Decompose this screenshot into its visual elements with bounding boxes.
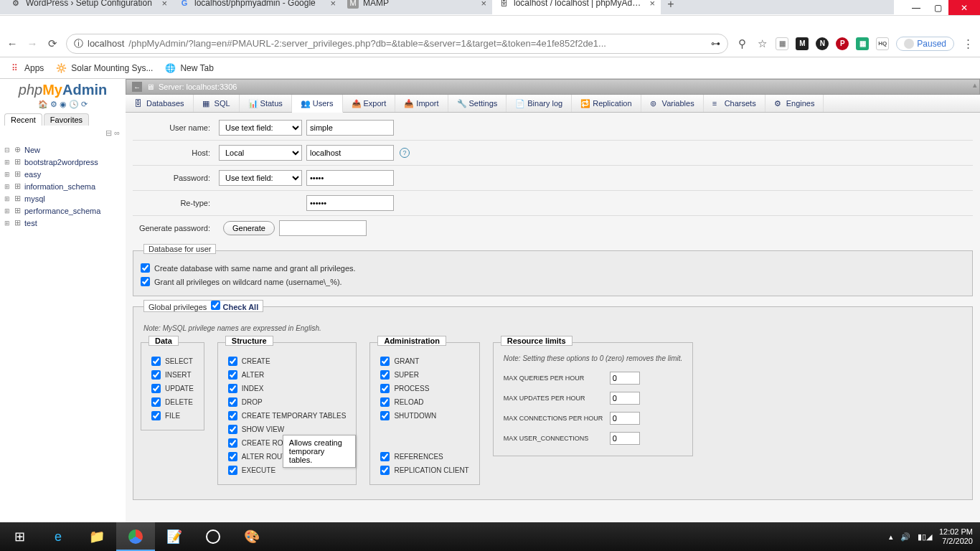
tab-settings[interactable]: 🔧Settings — [448, 95, 507, 112]
tab-charsets[interactable]: ≡Charsets — [704, 95, 765, 112]
generate-button[interactable]: Generate — [223, 221, 275, 235]
tab-sql[interactable]: ▦SQL — [194, 95, 240, 112]
tray-volume-icon[interactable]: 🔊 — [900, 532, 910, 542]
priv-drop[interactable]: DROP — [228, 395, 347, 409]
back-button[interactable]: ← — [6, 37, 19, 50]
res-input[interactable] — [610, 432, 640, 445]
tray-network-icon[interactable]: ▮▯◢ — [918, 532, 932, 542]
window-close[interactable]: ✕ — [948, 0, 980, 15]
priv-select[interactable]: SELECT — [151, 354, 194, 368]
retype-input[interactable] — [306, 195, 394, 211]
task-chrome[interactable] — [116, 522, 155, 551]
tree-item-bootstrap2wordpress[interactable]: ⊞⊞bootstrap2wordpress — [4, 156, 121, 168]
ext-icon-1[interactable]: ▦ — [776, 37, 788, 50]
res-input[interactable] — [610, 372, 640, 385]
chk-check-all[interactable] — [211, 301, 220, 310]
priv-create[interactable]: CREATE — [228, 354, 347, 368]
priv-grant[interactable]: GRANT — [380, 354, 468, 368]
tab-phpmyadmin[interactable]: 🗄localhost / localhost | phpMyAdmin× — [492, 0, 661, 14]
tab-mamp[interactable]: MMAMP× — [341, 0, 492, 14]
bookmark-solar[interactable]: 🔆Solar Mounting Sys... — [55, 62, 153, 74]
priv-alter[interactable]: ALTER — [228, 368, 347, 382]
tab-export[interactable]: 📤Export — [343, 95, 396, 112]
forward-button[interactable]: → — [26, 37, 39, 50]
priv-super[interactable]: SUPER — [380, 368, 468, 382]
tab-import[interactable]: 📥Import — [395, 95, 448, 112]
priv-update[interactable]: UPDATE — [151, 382, 194, 395]
server-breadcrumb[interactable]: ← 🖥Server: localhost:3306 ▴ — [126, 79, 980, 95]
chk-create-db[interactable] — [141, 263, 150, 273]
tree-item-mysql[interactable]: ⊞⊞mysql — [4, 192, 121, 204]
task-app[interactable] — [194, 522, 232, 551]
host-input[interactable] — [306, 145, 394, 161]
tree-item-information_schema[interactable]: ⊞⊞information_schema — [4, 180, 121, 192]
nav-collapse-icons[interactable]: ⊟ ∞ — [0, 126, 126, 141]
star-icon[interactable]: ☆ — [755, 37, 768, 50]
apps-shortcut[interactable]: ⠿Apps — [9, 62, 44, 74]
tab-users[interactable]: 👥Users — [292, 95, 343, 113]
priv-file[interactable]: FILE — [151, 409, 194, 423]
priv-shutdown[interactable]: SHUTDOWN — [380, 409, 468, 423]
nav-tab-favorites[interactable]: Favorites — [44, 113, 89, 126]
close-icon[interactable]: × — [649, 0, 655, 9]
priv-delete[interactable]: DELETE — [151, 395, 194, 409]
nav-tab-recent[interactable]: Recent — [4, 113, 42, 126]
tab-variables[interactable]: ⊚Variables — [641, 95, 704, 112]
password-mode-select[interactable]: Use text field: — [219, 170, 302, 186]
tab-status[interactable]: 📊Status — [240, 95, 292, 112]
tree-item-test[interactable]: ⊞⊞test — [4, 217, 121, 229]
password-icon[interactable]: ⊶ — [711, 38, 720, 49]
ext-icon-hq[interactable]: HQ — [876, 37, 889, 50]
profile-paused-badge[interactable]: Paused — [896, 37, 954, 51]
chrome-menu-icon[interactable]: ⋮ — [961, 37, 974, 50]
pma-quick-icons[interactable]: 🏠 ⚙ ◉ 🕓 ⟳ — [0, 98, 126, 113]
tab-binary-log[interactable]: 📄Binary log — [507, 95, 572, 112]
tree-item-easy[interactable]: ⊞⊞easy — [4, 168, 121, 180]
bookmark-newtab[interactable]: 🌐New Tab — [164, 62, 213, 74]
tab-google[interactable]: Glocalhost/phpmyadmin - Google× — [173, 0, 341, 14]
tab-engines[interactable]: ⚙Engines — [765, 95, 824, 112]
close-icon[interactable]: × — [481, 0, 486, 9]
reload-button[interactable]: ⟳ — [46, 37, 59, 50]
tree-new[interactable]: ⊟⊕New — [4, 143, 121, 156]
tab-databases[interactable]: 🗄Databases — [126, 95, 194, 112]
tab-replication[interactable]: 🔁Replication — [572, 95, 641, 112]
window-maximize[interactable]: ▢ — [927, 0, 948, 15]
priv-insert[interactable]: INSERT — [151, 368, 194, 382]
task-paint[interactable]: 🎨 — [232, 522, 271, 551]
priv-replication-client[interactable]: REPLICATION CLIENT — [380, 463, 468, 477]
window-minimize[interactable]: — — [905, 0, 927, 15]
ext-icon-4[interactable]: ▦ — [856, 37, 869, 50]
close-icon[interactable]: × — [330, 0, 336, 9]
host-mode-select[interactable]: Local — [219, 145, 302, 161]
search-icon[interactable]: ⚲ — [735, 37, 748, 50]
chk-wildcard[interactable] — [141, 277, 150, 286]
new-tab-button[interactable]: + — [661, 0, 681, 14]
start-button[interactable]: ⊞ — [0, 522, 39, 551]
password-input[interactable] — [306, 170, 394, 186]
address-bar[interactable]: ⓘ localhost/phpMyAdmin/?lang=en#PMAURL-2… — [66, 34, 728, 54]
priv-reload[interactable]: RELOAD — [380, 395, 468, 409]
priv-create-temporary-tables[interactable]: CREATE TEMPORARY TABLES — [228, 409, 347, 423]
tray-clock[interactable]: 12:02 PM7/2/2020 — [939, 527, 973, 546]
help-icon[interactable]: ? — [400, 148, 410, 158]
tree-item-performance_schema[interactable]: ⊞⊞performance_schema — [4, 204, 121, 217]
site-info-icon[interactable]: ⓘ — [74, 37, 83, 50]
task-ie[interactable]: e — [39, 522, 77, 551]
res-input[interactable] — [610, 392, 640, 405]
collapse-up-icon[interactable]: ▴ — [973, 80, 977, 90]
priv-references[interactable]: REFERENCES — [380, 450, 468, 463]
task-notes[interactable]: 📝 — [155, 522, 194, 551]
ext-icon-m[interactable]: M — [796, 37, 809, 50]
username-input[interactable] — [306, 120, 394, 136]
close-icon[interactable]: × — [161, 0, 167, 9]
check-all-link[interactable]: Check All — [223, 303, 259, 311]
res-input[interactable] — [610, 412, 640, 425]
generated-password-input[interactable] — [279, 220, 367, 236]
priv-process[interactable]: PROCESS — [380, 382, 468, 395]
priv-index[interactable]: INDEX — [228, 382, 347, 395]
tray-up-icon[interactable]: ▴ — [889, 532, 893, 542]
ext-icon-pinterest[interactable]: P — [836, 37, 849, 50]
task-explorer[interactable]: 📁 — [77, 522, 116, 551]
username-mode-select[interactable]: Use text field: — [219, 120, 302, 136]
